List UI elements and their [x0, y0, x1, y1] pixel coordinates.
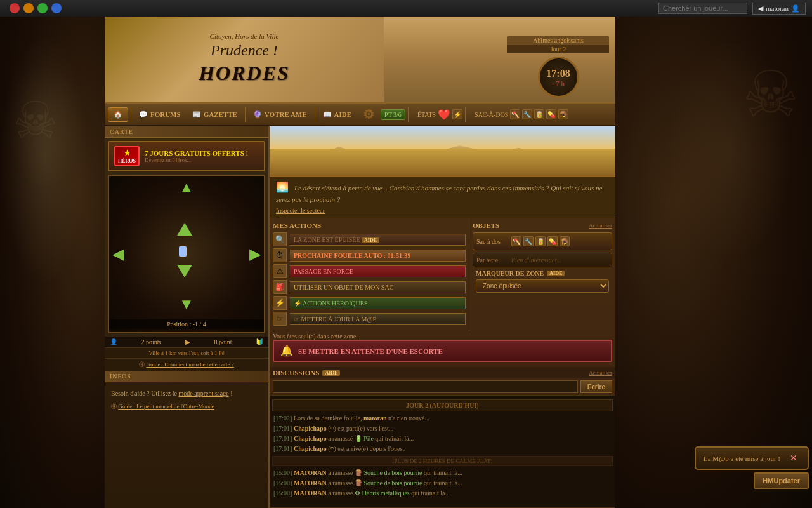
sac-item-5[interactable]: 🪤 — [560, 236, 570, 246]
nav-pt[interactable]: PT 3/6 — [381, 109, 405, 120]
guide2-icon: ⓖ — [111, 403, 117, 410]
clock-time: 17:08 — [546, 68, 570, 79]
map-decoration-up — [177, 223, 192, 236]
action-icon-heroic: ⚡ — [273, 296, 287, 310]
bg-left: ☠ — [0, 0, 105, 508]
arrow-right-icon: ▶ — [185, 338, 190, 345]
escort-icon: 🔔 — [280, 345, 293, 357]
desert-desc-icon: 🌅 — [276, 182, 289, 192]
player-chapichapo-2: Chapichapo — [294, 435, 327, 442]
action-use-item[interactable]: 🎒 UTILISER UN OBJET DE MON SAC — [273, 280, 466, 294]
desert-panorama — [270, 126, 615, 177]
map-arrow-left[interactable]: ◀ — [112, 245, 124, 263]
chevron-icon: ◀ — [758, 4, 763, 13]
discussions-chat[interactable]: JOUR 2 (AUJOURD'HUI) [17:02] Lors de sa … — [270, 395, 615, 508]
sac-item-4[interactable]: 💊 — [547, 236, 558, 246]
chat-sep: (PLUS DE 2 HEURES DE CALME PLAT) — [272, 456, 613, 466]
action-text-exhausted: La zone est épuisée — [294, 236, 360, 243]
guide2-link[interactable]: Guide : Le petit manuel de l'Outre-Monde — [118, 403, 214, 410]
escort-zone[interactable]: 🔔 Se mettre en attente d'une escorte — [273, 340, 612, 362]
msg-text-7: MATORAN a ramassé ⚙ Débris métalliques q… — [294, 490, 450, 497]
topbar-icon-red — [10, 3, 20, 13]
aide-label: AIDE — [334, 110, 352, 118]
right-panel: 🌅 Le désert s'étend à perte de vue... Co… — [270, 126, 615, 508]
map-arrow-down[interactable]: ▼ — [179, 296, 194, 313]
nav-states: ÉTATS ❤️ ⚡ — [417, 109, 462, 121]
content-area: CARTE ★ HÉROS 7 JOURS GRATUITS OFFERTS !… — [105, 126, 615, 508]
points-right-icon: 🔰 — [256, 338, 263, 345]
nav-item-gear[interactable]: ⚙ — [358, 104, 379, 124]
hero-banner[interactable]: ★ HÉROS 7 JOURS GRATUITS OFFERTS ! Deven… — [108, 141, 265, 171]
inspect-link[interactable]: Inspecter le secteur — [276, 207, 609, 214]
map-arrow-right[interactable]: ▶ — [249, 245, 261, 263]
info-text: Besoin d'aide ? Utilisez le mode apprent… — [108, 385, 265, 401]
hero-star: ★ — [118, 149, 136, 158]
actions-title: MES ACTIONS — [273, 222, 466, 229]
map-guide-link[interactable]: ⓖ Guide : Comment marche cette carte ? — [105, 358, 268, 371]
ground-text: Rien d'intéressant... — [511, 257, 561, 264]
notification-close[interactable]: ✕ — [790, 453, 797, 464]
action-label-exhausted: La zone est épuisée AIDE — [290, 234, 466, 246]
clock-countdown: - 7 h — [552, 79, 565, 87]
player-matoran-3: MATORAN — [294, 479, 327, 486]
discussions-actualiser[interactable]: Actualiser — [589, 370, 612, 376]
desert-ground — [270, 149, 615, 177]
sac-item-1[interactable]: 🪓 — [511, 236, 521, 246]
you-alone: Vous êtes seul(e) dans cette zone... — [270, 331, 615, 340]
zone-select[interactable]: Zone épuisée Zone normale Zone dangereus… — [476, 279, 609, 293]
help-text: Besoin d'aide ? Utilisez le — [111, 390, 177, 397]
action-update-map[interactable]: ☞ ☞ Mettre à jour la M@p — [273, 312, 466, 326]
desert-desc-text: Le désert s'étend à perte de vue... Comb… — [276, 184, 602, 203]
action-next-search[interactable]: ⏱ Prochaine fouille auto : 01:51:39 — [273, 248, 466, 262]
gazette-icon: 📰 — [192, 110, 201, 119]
chat-message-4: [17:01] Chapichapo (ᵐ) est arrivé(e) dep… — [272, 444, 613, 454]
chat-input-row: Ecrire — [270, 378, 615, 395]
aide-icon: 📖 — [323, 110, 332, 119]
action-icon-passage: ⚠ — [273, 264, 287, 278]
nav-item-aide[interactable]: 📖 AIDE — [318, 108, 357, 121]
hmupdate-button[interactable]: HMUpdater — [754, 472, 809, 489]
hero-badge: ★ HÉROS — [114, 146, 140, 166]
section-header-infos: INFOS — [105, 371, 268, 382]
actualiser-button[interactable]: Actualiser — [589, 222, 612, 229]
action-zone-exhausted[interactable]: 🔍 La zone est épuisée AIDE — [273, 232, 466, 246]
user-avatar: 👤 — [791, 4, 800, 13]
user-display: ◀ matoran 👤 — [752, 3, 806, 15]
sac-items: 🪓 🔧 🥫 💊 🪤 — [511, 236, 570, 246]
sac-item-2[interactable]: 🔧 — [523, 236, 534, 246]
chat-message-3: [17:01] Chapichapo a ramassé 🔋 Pile qui … — [272, 434, 613, 444]
guide-text[interactable]: Guide : Comment marche cette carte ? — [146, 361, 233, 368]
nav-item-gazette[interactable]: 📰 GAZETTE — [187, 108, 242, 121]
map-arrow-up[interactable]: ▲ — [179, 179, 194, 196]
nav-bar: 🏠 💬 FORUMS 📰 GAZETTE 🔮 VOTRE AME 📖 AIDE … — [105, 102, 615, 126]
search-input[interactable] — [658, 3, 747, 14]
escort-text: Se mettre en attente d'une escorte — [298, 347, 443, 355]
apprentissage-link[interactable]: mode apprentissage — [179, 390, 229, 397]
action-passage[interactable]: ⚠ PASSAGE EN FORCE — [273, 264, 466, 278]
sac-label: Sac à dos — [476, 238, 508, 245]
action-icon-map: ☞ — [273, 312, 287, 326]
state-icon-1: ⚡ — [452, 109, 462, 119]
chat-input[interactable] — [273, 380, 578, 393]
header-logo: Citoyen, Hors de la Ville Prudence ! HOR… — [105, 17, 384, 102]
item-pile: 🔋 Pile — [355, 435, 374, 442]
pt-label: PT 3/6 — [384, 111, 402, 118]
player-matoran-1: matoran — [363, 415, 387, 422]
player-chapichapo-3: Chapichapo — [294, 445, 327, 452]
action-heroic[interactable]: ⚡ ⚡ Actions héroïques — [273, 296, 466, 310]
discussions-title: DISCUSSIONS AIDE — [273, 369, 340, 377]
chat-send-button[interactable]: Ecrire — [580, 380, 612, 393]
sac-item-3[interactable]: 🥫 — [535, 236, 546, 246]
clock-label: Abîmes angoissants — [508, 36, 609, 45]
ame-icon: 🔮 — [253, 110, 262, 119]
topbar: ◀ matoran 👤 — [0, 0, 812, 17]
nav-sep-4 — [408, 107, 409, 122]
msg-text-5: MATORAN a ramassé 🪵 Souche de bois pourr… — [294, 469, 462, 476]
nav-item-ame[interactable]: 🔮 VOTRE AME — [248, 108, 312, 121]
notification-popup: La M@p a été mise à jour ! ✕ — [695, 446, 809, 470]
chat-day-header: JOUR 2 (AUJOURD'HUI) — [272, 399, 613, 411]
action-icon-timer: ⏱ — [273, 248, 287, 262]
objects-title: OBJETS — [473, 222, 499, 229]
nav-item-forums[interactable]: 💬 FORUMS — [134, 108, 186, 121]
nav-item-home[interactable]: 🏠 — [108, 107, 128, 122]
